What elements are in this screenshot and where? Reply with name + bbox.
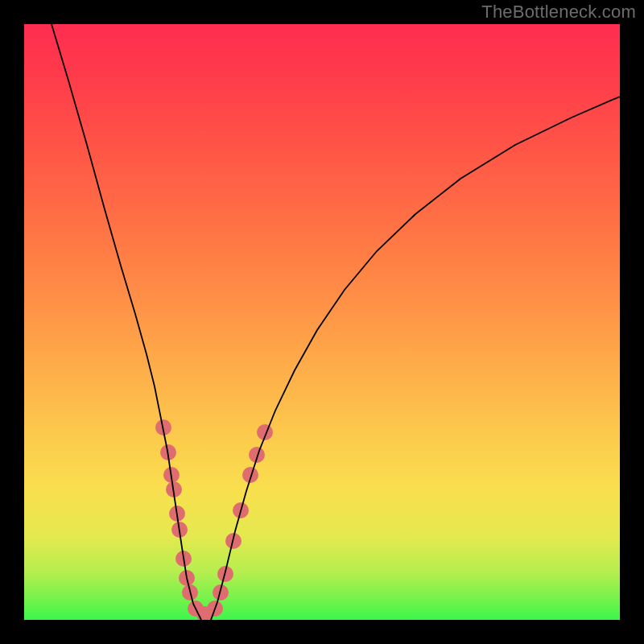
plot-area [24,24,620,620]
watermark-text: TheBottleneck.com [481,2,636,23]
curve-left [52,24,201,620]
chart-svg [24,24,620,620]
curve-right [211,97,620,620]
dots-layer [155,419,273,620]
chart-canvas: TheBottleneck.com [0,0,644,644]
